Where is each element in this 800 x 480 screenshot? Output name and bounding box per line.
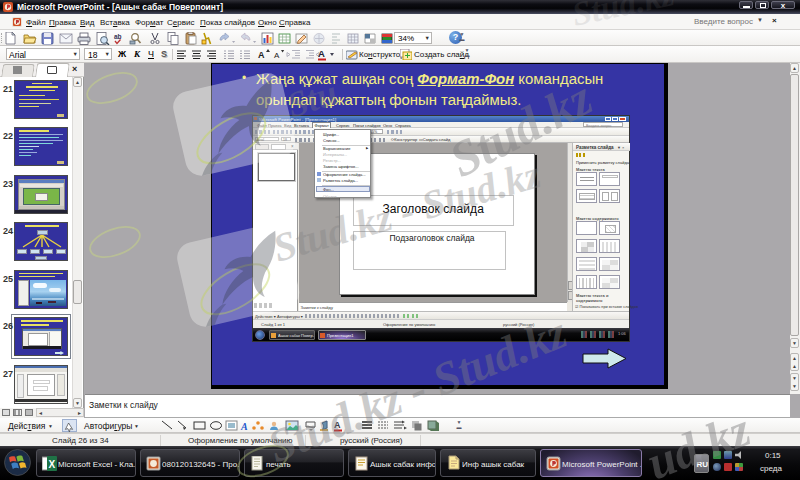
svg-text:ab: ab [114,33,122,40]
svg-text:A: A [240,421,248,432]
svg-text:X: X [49,459,56,470]
svg-text:А: А [274,51,280,60]
svg-text:А: А [318,48,325,59]
svg-text:А: А [334,420,341,430]
svg-text:А: А [258,50,265,60]
